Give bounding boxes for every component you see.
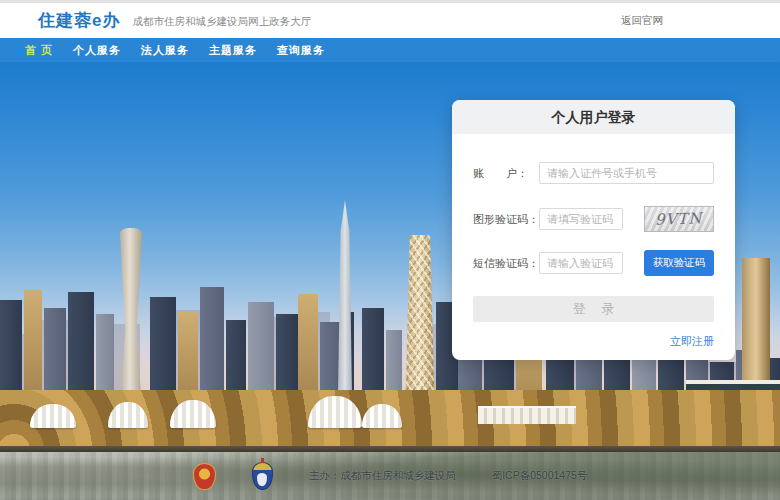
page: 住建蓉e办 成都市住房和城乡建设局网上政务大厅 返回官网 首 页 个人服务 法人… [0, 0, 780, 500]
sms-captcha-label: 短信验证码： [473, 256, 539, 271]
sms-captcha-row: 短信验证码： 获取验证码 [473, 250, 714, 276]
captcha-code-text: 9VTN [655, 209, 703, 229]
nav-item-query-services[interactable]: 查询服务 [277, 43, 325, 58]
page-footer: 主办：成都市住房和城乡建设局 蜀ICP备05001475号 [0, 462, 780, 490]
site-subtitle: 成都市住房和城乡建设局网上政务大厅 [132, 12, 311, 29]
police-badge-icon [252, 462, 273, 490]
image-captcha-input[interactable] [539, 208, 623, 230]
footer-host-text: 主办：成都市住房和城乡建设局 [309, 469, 456, 483]
footer-icp-text: 蜀ICP备05001475号 [492, 469, 588, 483]
back-to-official-site-link[interactable]: 返回官网 [621, 14, 663, 28]
account-label: 账 户： [473, 166, 539, 181]
get-sms-code-button[interactable]: 获取验证码 [644, 250, 714, 276]
login-panel-body: 账 户： 图形验证码： 9VTN 短信验证码： 获取验证码 登 录 [452, 134, 735, 349]
city-background: 主办：成都市住房和城乡建设局 蜀ICP备05001475号 个人用户登录 账 户… [0, 62, 780, 500]
account-input[interactable] [539, 162, 714, 184]
site-logo: 住建蓉e办 [38, 9, 120, 32]
nav-item-personal-services[interactable]: 个人服务 [73, 43, 121, 58]
gov-emblem-icon [193, 463, 216, 490]
login-panel: 个人用户登录 账 户： 图形验证码： 9VTN 短信验证码： 获取验证码 [452, 100, 735, 360]
login-button[interactable]: 登 录 [473, 296, 714, 322]
captcha-image[interactable]: 9VTN [644, 206, 714, 232]
sms-captcha-input[interactable] [539, 252, 623, 274]
nav-item-legal-entity-services[interactable]: 法人服务 [141, 43, 189, 58]
main-nav: 首 页 个人服务 法人服务 主题服务 查询服务 [0, 38, 780, 62]
account-row: 账 户： [473, 162, 714, 184]
white-hall-silhouette [478, 406, 576, 424]
register-row: 立即注册 [473, 331, 714, 349]
nav-item-home[interactable]: 首 页 [25, 43, 53, 58]
image-captcha-label: 图形验证码： [473, 212, 539, 227]
image-captcha-row: 图形验证码： 9VTN [473, 206, 714, 232]
site-header: 住建蓉e办 成都市住房和城乡建设局网上政务大厅 返回官网 [0, 3, 780, 38]
login-panel-title: 个人用户登录 [452, 100, 735, 134]
nav-item-topic-services[interactable]: 主题服务 [209, 43, 257, 58]
register-now-link[interactable]: 立即注册 [670, 335, 714, 347]
